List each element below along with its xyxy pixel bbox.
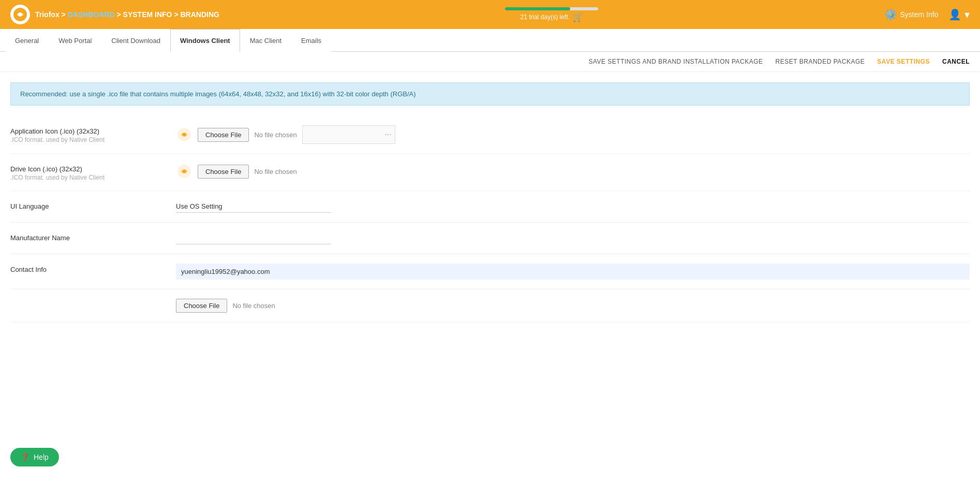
breadcrumb-rest: > SYSTEM INFO > BRANDING: [117, 10, 219, 19]
navbar-right: ⚙️ System Info 👤 ▾: [884, 8, 970, 21]
navbar-left: Triofox > DASHBOARD > SYSTEM INFO > BRAN…: [10, 5, 219, 24]
app-icon-preview: [176, 126, 192, 143]
tabs-bar: General Web Portal Client Download Windo…: [0, 29, 980, 52]
manufacturer-name-row: Manufacturer Name: [10, 223, 970, 254]
system-info-button[interactable]: ⚙️ System Info: [884, 8, 939, 21]
manufacturer-label-col: Manufacturer Name: [10, 232, 155, 243]
brand-name: Triofox: [35, 10, 60, 19]
app-icon-no-file: No file chosen: [254, 131, 296, 139]
form-section: Application Icon (.ico) (32x32) .ICO for…: [10, 116, 970, 323]
contact-control: [176, 264, 970, 280]
action-bar: SAVE SETTINGS AND BRAND INSTALLATION PAC…: [0, 52, 980, 72]
gear-icon: ⚙️: [884, 8, 897, 21]
tab-emails[interactable]: Emails: [291, 29, 331, 52]
bottom-file-label-col: [10, 299, 155, 301]
info-banner: Recommended: use a single .ico file that…: [10, 82, 970, 106]
dashboard-link[interactable]: DASHBOARD: [68, 10, 115, 19]
cart-icon[interactable]: 🛒: [573, 12, 583, 22]
navbar: Triofox > DASHBOARD > SYSTEM INFO > BRAN…: [0, 0, 980, 29]
manufacturer-label: Manufacturer Name: [10, 234, 155, 242]
cancel-button[interactable]: CANCEL: [942, 58, 970, 65]
breadcrumb-sep1: >: [62, 10, 68, 19]
progress-bar: [505, 7, 598, 10]
logo: [10, 5, 30, 24]
contact-info-row: Contact Info: [10, 254, 970, 289]
tab-mac-client[interactable]: Mac Client: [240, 29, 291, 52]
ui-language-label: UI Language: [10, 202, 155, 210]
ui-language-select[interactable]: Use OS Setting English Chinese French Ge…: [176, 200, 331, 213]
svg-point-3: [183, 133, 186, 136]
drive-icon-control: Choose File No file chosen: [176, 163, 970, 180]
info-banner-text: Recommended: use a single .ico file that…: [20, 90, 416, 98]
app-icon-control: Choose File No file chosen ···: [176, 125, 970, 144]
user-icon[interactable]: 👤 ▾: [948, 8, 970, 21]
app-icon-title: Application Icon (.ico) (32x32): [10, 127, 155, 135]
ui-language-label-col: UI Language: [10, 200, 155, 211]
manufacturer-input[interactable]: [176, 232, 331, 244]
tab-windows-client[interactable]: Windows Client: [170, 29, 240, 52]
dots-icon: ···: [384, 130, 391, 139]
app-icon-label-col: Application Icon (.ico) (32x32) .ICO for…: [10, 125, 155, 143]
tab-general[interactable]: General: [5, 29, 49, 52]
tab-client-download[interactable]: Client Download: [101, 29, 170, 52]
drive-icon-label-col: Drive Icon (.ico) (32x32) .ICO format. u…: [10, 163, 155, 181]
main-content: Recommended: use a single .ico file that…: [0, 82, 980, 343]
svg-point-1: [19, 13, 22, 16]
ui-language-row: UI Language Use OS Setting English Chine…: [10, 191, 970, 223]
drive-icon-title: Drive Icon (.ico) (32x32): [10, 165, 155, 173]
drive-icon-no-file: No file chosen: [254, 168, 296, 176]
trial-text: 21 trial day(s) left.: [521, 13, 570, 21]
system-info-label: System Info: [900, 10, 939, 19]
bottom-choose-file-button[interactable]: Choose File: [176, 299, 227, 313]
app-icon-subtitle: .ICO format. used by Native Client: [10, 136, 155, 143]
app-icon-choose-file-button[interactable]: Choose File: [198, 128, 249, 142]
drive-icon-choose-file-button[interactable]: Choose File: [198, 165, 249, 179]
save-brand-button[interactable]: SAVE SETTINGS AND BRAND INSTALLATION PAC…: [588, 58, 763, 65]
progress-fill: [505, 7, 570, 10]
drive-icon-subtitle: .ICO format. used by Native Client: [10, 174, 155, 181]
bottom-file-control: Choose File No file chosen: [176, 299, 970, 313]
manufacturer-control: [176, 232, 970, 244]
contact-label-col: Contact Info: [10, 264, 155, 274]
app-icon-preview-area: ···: [302, 125, 395, 144]
trial-section: 21 trial day(s) left. 🛒: [505, 7, 598, 22]
ui-language-control: Use OS Setting English Chinese French Ge…: [176, 200, 970, 213]
trial-row: 21 trial day(s) left. 🛒: [521, 12, 583, 22]
breadcrumb: Triofox > DASHBOARD > SYSTEM INFO > BRAN…: [35, 10, 219, 19]
contact-label: Contact Info: [10, 266, 155, 273]
save-settings-button[interactable]: SAVE SETTINGS: [877, 58, 930, 65]
reset-branded-button[interactable]: RESET BRANDED PACKAGE: [776, 58, 865, 65]
bottom-no-file: No file chosen: [232, 302, 275, 310]
app-icon-row: Application Icon (.ico) (32x32) .ICO for…: [10, 116, 970, 154]
drive-icon-row: Drive Icon (.ico) (32x32) .ICO format. u…: [10, 154, 970, 191]
tab-web-portal[interactable]: Web Portal: [49, 29, 101, 52]
bottom-file-row: Choose File No file chosen: [10, 289, 970, 323]
drive-icon-preview: [176, 163, 192, 180]
svg-point-5: [183, 170, 186, 173]
contact-input[interactable]: [176, 264, 970, 280]
